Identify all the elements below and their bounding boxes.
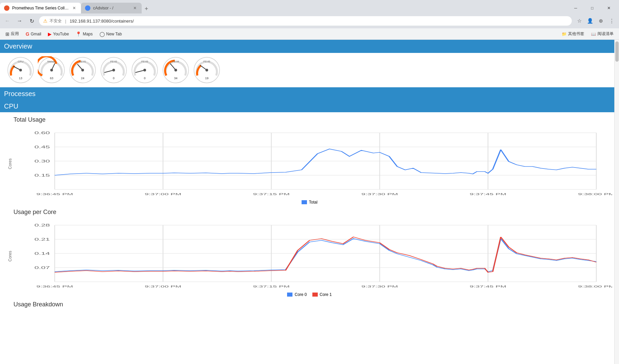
security-icon: ⚠ — [43, 18, 48, 24]
svg-point-32 — [205, 69, 208, 71]
gauge-memory-dial: Memory 63 — [38, 56, 65, 84]
legend-total-label: Total — [309, 200, 317, 205]
bookmark-star[interactable]: ☆ — [574, 16, 584, 26]
svg-point-27 — [174, 69, 177, 71]
bookmark-youtube[interactable]: ▶ YouTube — [45, 31, 72, 37]
svg-text:34: 34 — [174, 77, 177, 80]
tab-close-cadvisor[interactable]: ✕ — [132, 5, 138, 11]
menu-button[interactable]: ⋮ — [607, 16, 616, 26]
bookmarks-right: 📁 其他书签 📖 阅读清单 — [559, 30, 616, 37]
legend-core0-label: Core 0 — [294, 292, 307, 297]
total-usage-chart: Cores 0.60 — [7, 129, 612, 198]
svg-text:0.60: 0.60 — [34, 131, 50, 135]
minimize-button[interactable]: ─ — [568, 3, 583, 13]
processes-title: Processes — [4, 90, 35, 97]
gauge-fs5-dial: FS #5 19 — [193, 56, 221, 84]
total-usage-y-label: Cores — [7, 129, 13, 198]
usage-per-core-chart: Cores 0.28 — [7, 222, 612, 290]
bookmark-apps-label: 应用 — [11, 31, 19, 37]
svg-text:0: 0 — [144, 77, 145, 80]
tab-label-prometheus: Prometheus Time Series Colle... — [12, 6, 69, 10]
cpu-title: CPU — [4, 102, 18, 110]
svg-point-22 — [143, 69, 146, 71]
scrollbar-thumb[interactable] — [615, 41, 619, 62]
gauge-cpu-svg: CPU 13 — [7, 56, 34, 84]
forward-button[interactable]: → — [15, 16, 24, 26]
svg-text:FS #4: FS #4 — [172, 60, 179, 63]
svg-text:13: 13 — [19, 77, 22, 80]
svg-point-12 — [81, 69, 84, 71]
svg-point-7 — [50, 69, 53, 71]
svg-text:0.07: 0.07 — [34, 266, 50, 270]
svg-text:0.45: 0.45 — [34, 145, 50, 149]
browser-right-controls: ☆ 👤 ⊕ ⋮ — [574, 16, 616, 26]
bookmark-readlist[interactable]: 📖 阅读清单 — [588, 30, 616, 37]
gmail-icon: G — [26, 31, 29, 37]
usage-per-core-y-label: Cores — [7, 222, 13, 290]
legend-total-color — [302, 200, 307, 204]
svg-text:9:37:15 PM: 9:37:15 PM — [253, 192, 290, 196]
maximize-button[interactable]: □ — [585, 3, 600, 13]
svg-text:9:38:00 PM: 9:38:00 PM — [578, 192, 612, 196]
tab-prometheus[interactable]: Prometheus Time Series Colle... ✕ — [0, 3, 81, 13]
scrollbar[interactable] — [614, 40, 619, 364]
legend-core0-color — [287, 293, 292, 297]
window-controls: ─ □ ✕ — [568, 3, 619, 13]
bookmark-gmail[interactable]: G Gmail — [23, 31, 44, 37]
total-usage-svg: 0.60 0.45 0.30 0.15 9:36:45 PM 9:37:00 P… — [15, 129, 612, 197]
address-input[interactable]: ⚠ 不安全 | 192.168.91.137:8080/containers/ — [39, 16, 572, 26]
gauge-fs1: FS #1 24 — [69, 56, 96, 84]
gauge-fs3: FS #3 0 — [131, 56, 159, 84]
folder-icon: 📁 — [562, 32, 567, 36]
gauge-cpu: CPU 13 — [7, 56, 34, 84]
svg-text:FS #2: FS #2 — [110, 60, 117, 63]
gauge-fs1-svg: FS #1 24 — [69, 56, 96, 84]
cpu-header: CPU — [0, 100, 619, 112]
gauges-row: CPU 13 Memory 63 — [0, 53, 619, 87]
gauge-fs2: FS #2 0 — [100, 56, 128, 84]
svg-text:FS #1: FS #1 — [79, 60, 86, 63]
legend-core0: Core 0 — [287, 292, 307, 297]
tab-label-cadvisor: cAdvisor - / — [93, 6, 130, 10]
bookmark-other-label: 其他书签 — [568, 31, 584, 37]
gauge-fs1-dial: FS #1 24 — [69, 56, 96, 84]
extensions-button[interactable]: ⊕ — [596, 16, 606, 26]
svg-point-2 — [19, 69, 22, 71]
legend-core1: Core 1 — [312, 292, 332, 297]
legend-core1-color — [312, 293, 318, 297]
usage-breakdown-title: Usage Breakdown — [7, 297, 612, 311]
reload-button[interactable]: ↻ — [27, 16, 36, 26]
bookmark-newtab[interactable]: ◯ New Tab — [97, 31, 124, 37]
gauge-fs4: FS #4 34 — [162, 56, 190, 84]
bookmark-gmail-label: Gmail — [31, 32, 41, 36]
usage-breakdown-section: Usage Breakdown — [0, 297, 619, 317]
back-button[interactable]: ← — [3, 16, 12, 26]
bookmark-maps[interactable]: 📍 Maps — [73, 31, 95, 37]
tab-close-prometheus[interactable]: ✕ — [72, 5, 77, 11]
svg-text:24: 24 — [81, 77, 84, 80]
profile-button[interactable]: 👤 — [585, 16, 595, 26]
maps-icon: 📍 — [76, 31, 81, 37]
svg-text:0.15: 0.15 — [34, 174, 50, 177]
tab-cadvisor[interactable]: cAdvisor - / ✕ — [81, 3, 142, 13]
svg-text:9:37:30 PM: 9:37:30 PM — [361, 285, 398, 288]
total-usage-section: Total Usage Cores — [0, 112, 619, 205]
usage-per-core-title: Usage per Core — [7, 205, 612, 218]
close-button[interactable]: ✕ — [601, 3, 616, 13]
svg-text:CPU: CPU — [18, 60, 24, 63]
bookmark-apps[interactable]: ⊞ 应用 — [3, 30, 22, 37]
svg-text:9:38:00 PM: 9:38:00 PM — [578, 285, 612, 288]
gauge-cpu-dial: CPU 13 — [7, 56, 34, 84]
new-tab-button[interactable]: + — [142, 4, 151, 13]
overview-header: Overview — [0, 40, 619, 53]
youtube-icon: ▶ — [48, 31, 52, 37]
overview-title: Overview — [4, 42, 32, 50]
svg-text:0.14: 0.14 — [34, 252, 50, 255]
bookmark-readlist-label: 阅读清单 — [597, 31, 614, 37]
usage-per-core-chart-inner: 0.28 0.21 0.14 0.07 9:36:45 PM 9:37:00 P… — [15, 222, 612, 290]
bookmark-newtab-label: New Tab — [106, 32, 122, 36]
bookmark-other[interactable]: 📁 其他书签 — [559, 30, 587, 37]
usage-per-core-section: Usage per Core Cores — [0, 205, 619, 297]
page-content: Overview CPU 13 — [0, 40, 619, 364]
svg-text:9:37:45 PM: 9:37:45 PM — [470, 192, 506, 196]
